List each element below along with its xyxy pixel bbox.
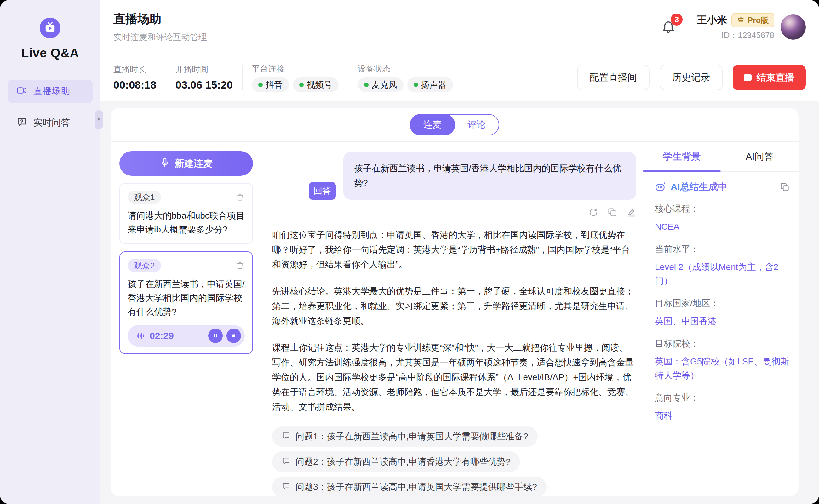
stats-divider	[242, 65, 243, 90]
answer-panel: 回答 孩子在新西兰读书，申请英国/香港大学相比国内的国际学校有什么优势?	[262, 142, 643, 496]
content-area: 连麦 评论 新建连麦	[100, 101, 819, 504]
sidebar-item-live-qa[interactable]: 实时问答	[8, 111, 93, 135]
stat-live-duration: 直播时长 00:08:18	[113, 64, 156, 91]
pro-badge: Pro版	[731, 13, 774, 27]
chevron-right-icon	[96, 116, 102, 123]
stat-label: 平台连接	[252, 63, 339, 74]
viewer-badge: 观众1	[128, 191, 161, 204]
online-dot	[364, 83, 369, 87]
header-divider	[687, 17, 687, 37]
platform-pill-douyin: 抖音	[252, 77, 289, 92]
tab-comments[interactable]: 评论	[455, 115, 499, 135]
notification-bell-button[interactable]: 3	[659, 17, 678, 37]
sidebar-item-live-assistant[interactable]: 直播场助	[8, 80, 93, 103]
tab-student-background[interactable]: 学生背景	[643, 142, 721, 171]
end-live-label: 结束直播	[757, 71, 794, 84]
app-title: Live Q&A	[21, 46, 79, 60]
field-label-target-region: 目标国家/地区：	[655, 297, 790, 309]
suggested-question-2[interactable]: 问题2：孩子在新西兰读高中,申请香港大学有哪些优势?	[272, 451, 520, 472]
field-label-core-course: 核心课程：	[655, 203, 790, 215]
speech-bubble-icon	[282, 456, 290, 467]
sidebar-collapse-handle[interactable]	[95, 110, 103, 129]
stats-divider	[166, 65, 166, 90]
answer-paragraph: 先讲核心结论。英港大学最大的优势是三件事：第一，牌子硬，全球认可度和校友圈更直接…	[272, 284, 636, 328]
avatar[interactable]	[781, 14, 806, 40]
end-live-button[interactable]: 结束直播	[733, 65, 806, 90]
stat-label: 直播时长	[113, 64, 156, 75]
tv-play-icon	[44, 21, 56, 35]
field-value-intended-major: 商科	[655, 409, 790, 423]
suggested-question-label: 问题3：孩子在新西兰读高中,申请英国大学需要提供哪些手续?	[295, 481, 537, 493]
suggested-question-1[interactable]: 问题1：孩子在新西兰读高中,申请英国大学需要做哪些准备?	[272, 426, 538, 447]
stats-divider	[348, 65, 348, 90]
field-label-intended-major: 意向专业：	[655, 392, 790, 404]
audio-time: 02:29	[150, 330, 174, 341]
trash-icon[interactable]	[235, 261, 245, 270]
page-header: 直播场助 实时连麦和评论互动管理 3 王小米	[100, 0, 819, 54]
trash-icon[interactable]	[235, 192, 245, 202]
pill-label: 视频号	[307, 79, 332, 90]
student-panel-body: AI总结生成中 核心课程： NCEA 当前水平： Level 2（成绩以Meri…	[643, 172, 799, 423]
mode-toggle: 连麦 评论	[410, 114, 499, 135]
copy-summary-icon[interactable]	[780, 182, 790, 192]
stat-label: 设备状态	[358, 63, 453, 74]
stat-value: 03.06 15:20	[175, 79, 233, 91]
viewer-badge: 观众2	[128, 259, 161, 272]
stat-platforms: 平台连接 抖音 视频号	[252, 63, 339, 92]
online-dot	[414, 83, 418, 87]
stat-start-time: 开播时间 03.06 15:20	[175, 64, 233, 91]
main-card: 连麦 评论 新建连麦	[111, 108, 799, 496]
configure-room-button[interactable]: 配置直播间	[577, 65, 650, 90]
chat-question-icon	[16, 117, 27, 129]
suggested-question-3[interactable]: 问题3：孩子在新西兰读高中,申请英国大学需要提供哪些手续?	[272, 477, 547, 496]
page-title-block: 直播场助 实时连麦和评论互动管理	[113, 11, 207, 43]
waveform-icon	[136, 331, 145, 341]
viewer-card-1[interactable]: 观众1 请问港大的bba和ubc联合项目来申请ib大概需要多少分?	[119, 183, 253, 244]
connect-list-panel: 新建连麦 观众1 请问港大的bba和ubc联合项目来申请ib大概需要多少分?	[111, 142, 262, 496]
regenerate-icon[interactable]	[588, 207, 599, 217]
new-connect-label: 新建连麦	[175, 157, 213, 170]
bell-icon	[661, 29, 676, 35]
student-panel-tabs: 学生背景 AI问答	[643, 142, 799, 172]
tab-ai-qa[interactable]: AI问答	[721, 142, 799, 171]
copy-icon[interactable]	[607, 207, 617, 217]
device-pill-microphone: 麦克风	[358, 77, 404, 92]
ai-robot-icon	[655, 181, 666, 193]
stats-bar: 直播时长 00:08:18 开播时间 03.06 15:20 平台连接 抖音 视…	[100, 54, 819, 101]
speech-bubble-icon	[282, 431, 290, 442]
crown-icon	[737, 15, 745, 25]
pause-button[interactable]	[208, 329, 223, 343]
speech-bubble-icon	[282, 482, 290, 493]
answer-paragraph: 咱们这位宝子问得特别到点：申请英国、香港的大学，相比在国内读国际学校，到底优势在…	[272, 227, 636, 272]
user-id: ID：12345678	[697, 30, 774, 41]
ai-status-text: AI总结生成中	[671, 180, 727, 193]
device-pill-speaker: 扬声器	[407, 77, 453, 92]
field-value-target-schools: 英国：含G5院校（如LSE、曼彻斯特大学等）	[655, 355, 790, 382]
stat-devices: 设备状态 麦克风 扬声器	[358, 63, 453, 92]
sidebar-item-label: 直播场助	[33, 85, 70, 98]
edit-icon[interactable]	[626, 207, 636, 217]
viewer-card-2[interactable]: 观众2 孩子在新西兰读书，申请英国/香港大学相比国内的国际学校有什么优势?	[119, 251, 253, 354]
stop-button[interactable]	[226, 329, 241, 343]
online-dot	[299, 83, 304, 87]
user-name: 王小米	[697, 13, 727, 27]
new-connect-button[interactable]: 新建连麦	[119, 151, 253, 176]
answer-badge: 回答	[309, 182, 336, 200]
answer-paragraph: 课程上你记住这点：英港大学的专业训练更“深”和“快”，大一大二就把你往专业里摁，…	[272, 340, 636, 414]
history-button[interactable]: 历史记录	[660, 65, 723, 90]
app-logo	[40, 18, 60, 38]
main-area: 直播场助 实时连麦和评论互动管理 3 王小米	[100, 0, 819, 504]
sidebar-item-label: 实时问答	[33, 117, 70, 129]
viewer-question: 请问港大的bba和ubc联合项目来申请ib大概需要多少分?	[128, 209, 245, 237]
tab-mic-connect[interactable]: 连麦	[410, 114, 455, 135]
sidebar: Live Q&A 直播场助 实时问答	[0, 0, 100, 504]
field-value-target-region: 英国、中国香港	[655, 314, 790, 328]
page-subtitle: 实时连麦和评论互动管理	[113, 31, 207, 43]
platform-pill-shipinhao: 视频号	[293, 77, 339, 92]
pill-label: 抖音	[266, 79, 283, 90]
field-value-core-course: NCEA	[655, 220, 790, 234]
stats-actions: 配置直播间 历史记录 结束直播	[577, 65, 806, 90]
pill-label: 麦克风	[372, 79, 397, 90]
suggested-questions: 问题1：孩子在新西兰读高中,申请英国大学需要做哪些准备? 问题2：孩子在新西兰读…	[272, 426, 636, 496]
mode-tab-row: 连麦 评论	[111, 108, 799, 142]
